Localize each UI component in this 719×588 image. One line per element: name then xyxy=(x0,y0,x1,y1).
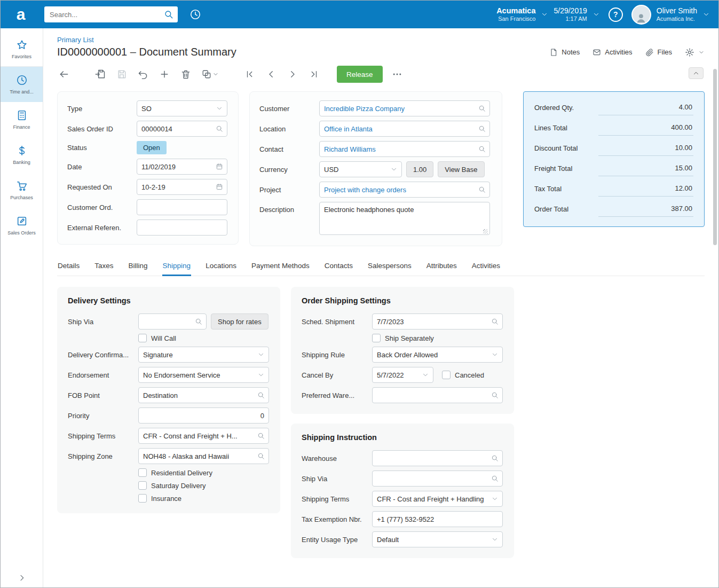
customer-lookup[interactable]: Incredible Pizza Company xyxy=(319,100,490,116)
warehouse-input[interactable] xyxy=(373,451,502,466)
chevron-down-icon[interactable] xyxy=(592,11,600,18)
user-menu[interactable]: Oliver Smith Acumatica Inc. xyxy=(657,6,697,22)
ship-via-lookup[interactable] xyxy=(138,313,207,330)
location-lookup[interactable]: Office in Atlanta xyxy=(319,121,490,137)
will-call-checkbox[interactable] xyxy=(138,334,147,342)
sidebar-item-banking[interactable]: Banking xyxy=(1,137,43,173)
first-record-button[interactable] xyxy=(243,67,257,81)
calendar-icon[interactable] xyxy=(216,163,223,170)
tab-payment-methods[interactable]: Payment Methods xyxy=(251,258,310,276)
sidebar-item-time[interactable]: Time and... xyxy=(1,67,43,102)
ship-separately-checkbox[interactable] xyxy=(372,334,381,342)
endorsement-select[interactable]: No Endorsement Service xyxy=(138,367,269,383)
shipping-zone-lookup[interactable]: NOH48 - Alaska and Hawaii xyxy=(138,448,269,464)
currency-select[interactable]: USD xyxy=(319,161,402,177)
customer-ord-input[interactable] xyxy=(137,200,227,215)
shipping-terms-lookup[interactable]: CFR - Const and Freight + H... xyxy=(138,428,269,444)
sidebar-item-finance[interactable]: Finance xyxy=(1,102,43,137)
more-actions-button[interactable] xyxy=(390,67,404,81)
customer-ord-field[interactable] xyxy=(137,199,227,215)
tab-shipping[interactable]: Shipping xyxy=(162,258,192,276)
type-select[interactable]: SO xyxy=(137,100,227,116)
search-icon[interactable] xyxy=(164,10,173,19)
shop-for-rates-button[interactable]: Shop for rates xyxy=(211,313,268,330)
view-base-button[interactable]: View Base xyxy=(438,161,484,177)
sidebar-item-sales-orders[interactable]: Sales Orders xyxy=(1,208,43,243)
canceled-checkbox[interactable] xyxy=(442,371,451,379)
previous-record-button[interactable] xyxy=(264,67,278,81)
saturday-delivery-checkbox[interactable] xyxy=(138,481,147,490)
activities-button[interactable]: Activities xyxy=(592,48,632,57)
priority-field[interactable] xyxy=(138,407,269,424)
sidebar-item-favorites[interactable]: Favorites xyxy=(1,32,43,67)
help-button[interactable]: ? xyxy=(609,7,623,22)
instr-shipping-terms-select[interactable]: CFR - Cost and Freight + Handling xyxy=(372,491,503,507)
copy-icon xyxy=(202,69,211,79)
delivery-confirmation-select[interactable]: Signature xyxy=(138,347,269,363)
business-date-menu[interactable]: 5/29/2019 1:17 AM xyxy=(554,6,587,22)
add-record-button[interactable] xyxy=(157,67,171,81)
warehouse-lookup[interactable] xyxy=(372,450,503,466)
requested-on-input[interactable] xyxy=(137,179,227,194)
sidebar-expand-button[interactable] xyxy=(1,574,43,582)
time-tracking-button[interactable] xyxy=(189,9,201,20)
external-ref-input[interactable] xyxy=(137,220,227,235)
preferred-warehouse-lookup[interactable] xyxy=(372,387,503,403)
contact-lookup[interactable]: Richard Williams xyxy=(319,141,490,157)
tab-taxes[interactable]: Taxes xyxy=(94,258,114,276)
shipping-rule-select[interactable]: Back Order Allowed xyxy=(372,347,503,363)
chevron-down-icon[interactable] xyxy=(702,11,710,18)
entity-usage-type-select[interactable]: Default xyxy=(372,531,503,547)
requested-on-field[interactable] xyxy=(137,179,227,195)
acumatica-logo[interactable]: a xyxy=(9,4,33,25)
vertical-scrollbar[interactable] xyxy=(713,69,717,245)
cancel-by-select[interactable]: 5/7/2022 xyxy=(372,367,433,383)
residential-delivery-checkbox[interactable] xyxy=(138,468,147,477)
files-button[interactable]: Files xyxy=(645,48,672,57)
next-record-button[interactable] xyxy=(286,67,299,81)
company-branch-menu[interactable]: Acumatica San Francisco xyxy=(496,6,535,23)
search-input[interactable] xyxy=(44,6,178,22)
release-button[interactable]: Release xyxy=(337,66,383,83)
date-field[interactable] xyxy=(137,159,227,175)
copy-paste-button[interactable] xyxy=(200,67,220,81)
tab-billing[interactable]: Billing xyxy=(128,258,148,276)
tab-locations[interactable]: Locations xyxy=(205,258,237,276)
external-ref-field[interactable] xyxy=(137,219,227,236)
breadcrumb[interactable]: Primary List xyxy=(57,36,94,44)
canceled-label: Canceled xyxy=(455,371,484,379)
sched-shipment-lookup[interactable]: 7/7/2023 xyxy=(372,313,503,330)
tab-activities[interactable]: Activities xyxy=(471,258,501,276)
back-button[interactable] xyxy=(57,67,71,81)
preferred-warehouse-input[interactable] xyxy=(373,388,502,403)
calendar-icon[interactable] xyxy=(216,183,223,191)
delete-record-button[interactable] xyxy=(179,67,193,81)
instr-ship-via-lookup[interactable] xyxy=(372,471,503,487)
description-textarea[interactable]: Electronic headphones quote xyxy=(319,202,490,235)
sidebar-item-purchases[interactable]: Purchases xyxy=(1,173,43,208)
date-input[interactable] xyxy=(137,159,227,174)
avatar[interactable] xyxy=(631,5,651,25)
save-button[interactable] xyxy=(115,67,129,81)
tax-exemption-field[interactable] xyxy=(372,511,503,527)
collapse-summary-button[interactable] xyxy=(689,67,704,79)
instr-ship-via-input[interactable] xyxy=(373,471,502,486)
tab-attributes[interactable]: Attributes xyxy=(426,258,457,276)
save-close-button[interactable] xyxy=(93,67,107,81)
insurance-checkbox[interactable] xyxy=(138,494,147,503)
priority-input[interactable] xyxy=(139,408,268,423)
tab-details[interactable]: Details xyxy=(57,258,80,276)
undo-button[interactable] xyxy=(136,67,150,81)
notes-button[interactable]: Notes xyxy=(549,48,580,57)
last-record-button[interactable] xyxy=(307,67,321,81)
tax-exemption-input[interactable] xyxy=(373,512,502,527)
project-lookup[interactable]: Project with change orders xyxy=(319,182,490,198)
chevron-down-icon[interactable] xyxy=(541,11,548,18)
fob-point-lookup[interactable]: Destination xyxy=(138,387,269,403)
order-nbr-input[interactable] xyxy=(137,121,227,136)
tab-salespersons[interactable]: Salespersons xyxy=(367,258,412,276)
tab-contacts[interactable]: Contacts xyxy=(324,258,353,276)
order-nbr-lookup[interactable] xyxy=(137,121,227,137)
currency-rate-button[interactable]: 1.00 xyxy=(406,161,433,177)
settings-button[interactable] xyxy=(685,48,705,57)
